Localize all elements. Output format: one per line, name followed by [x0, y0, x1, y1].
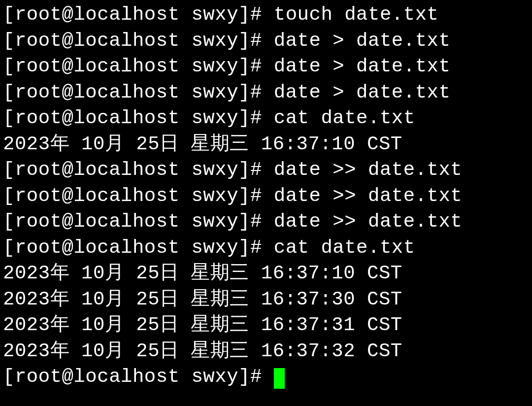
- terminal-output-line: 2023年 10月 25日 星期三 16:37:10 CST: [3, 132, 529, 158]
- terminal-output-line: 2023年 10月 25日 星期三 16:37:30 CST: [3, 287, 529, 313]
- terminal-line: [root@localhost swxy]# cat date.txt: [3, 235, 529, 261]
- terminal-line: [root@localhost swxy]# date >> date.txt: [3, 183, 529, 209]
- terminal-line: [root@localhost swxy]# date >> date.txt: [3, 209, 529, 235]
- terminal-output-line: 2023年 10月 25日 星期三 16:37:10 CST: [3, 261, 529, 287]
- terminal-line: [root@localhost swxy]# touch date.txt: [3, 2, 529, 28]
- terminal-line: [root@localhost swxy]# date >> date.txt: [3, 157, 529, 183]
- terminal-output-line: 2023年 10月 25日 星期三 16:37:32 CST: [3, 338, 529, 365]
- terminal-line: [root@localhost swxy]# date > date.txt: [3, 28, 529, 54]
- terminal-output-line: 2023年 10月 25日 星期三 16:37:31 CST: [3, 312, 529, 338]
- terminal-prompt[interactable]: [root@localhost swxy]#: [3, 364, 529, 390]
- terminal-line: [root@localhost swxy]# cat date.txt: [3, 105, 529, 132]
- cursor-icon: [274, 368, 285, 389]
- terminal-line: [root@localhost swxy]# date > date.txt: [3, 80, 529, 106]
- prompt-text: [root@localhost swxy]#: [3, 366, 274, 388]
- terminal-line: [root@localhost swxy]# date > date.txt: [3, 54, 529, 80]
